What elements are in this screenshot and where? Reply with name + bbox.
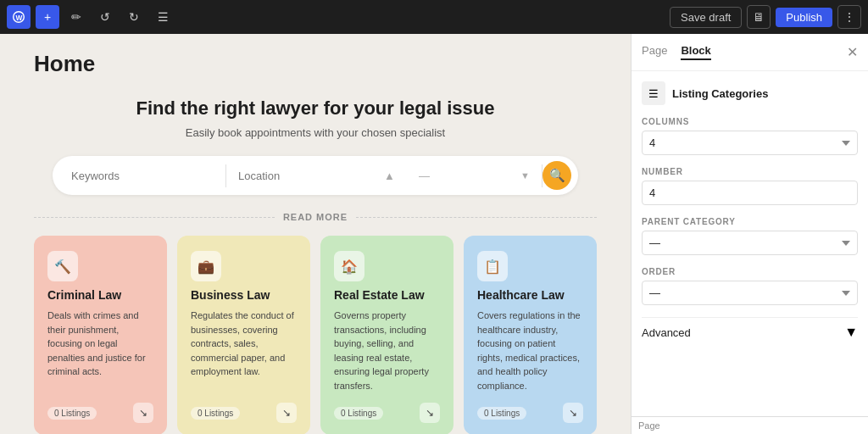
card-real-estate-law[interactable]: 🏠 Real Estate Law Governs property trans… bbox=[320, 236, 453, 434]
read-more-line-left bbox=[34, 217, 275, 218]
save-draft-button[interactable]: Save draft bbox=[670, 7, 742, 28]
read-more-button[interactable]: READ MORE bbox=[275, 212, 356, 222]
undo-button[interactable]: ↺ bbox=[93, 5, 117, 29]
panel-close-button[interactable]: ✕ bbox=[847, 44, 858, 60]
columns-field: COLUMNS 4 1 2 3 bbox=[642, 117, 858, 155]
listings-badge-healthcare: 0 Listings bbox=[477, 407, 526, 420]
location-input[interactable] bbox=[238, 170, 381, 182]
number-input[interactable] bbox=[642, 181, 858, 205]
number-field: NUMBER bbox=[642, 167, 858, 205]
card-desc-real-estate: Governs property transactions, including… bbox=[334, 309, 440, 392]
order-field: ORDER — bbox=[642, 267, 858, 305]
right-panel: Page Block ✕ ☰ Listing Categories COLUMN… bbox=[631, 34, 868, 434]
toolbar: W + ✏ ↺ ↻ ☰ Save draft 🖥 Publish ⋮ bbox=[0, 0, 868, 34]
columns-select[interactable]: 4 1 2 3 bbox=[642, 131, 858, 155]
edit-button[interactable]: ✏ bbox=[64, 5, 88, 29]
card-footer-business: 0 Listings ↘ bbox=[191, 403, 297, 423]
read-more-line-right bbox=[356, 217, 597, 218]
wp-logo-button[interactable]: W bbox=[7, 5, 31, 29]
add-block-toolbar-button[interactable]: + bbox=[36, 5, 59, 29]
block-icon: ☰ bbox=[642, 81, 665, 105]
block-label: ☰ Listing Categories bbox=[642, 81, 858, 105]
card-arrow-healthcare[interactable]: ↘ bbox=[563, 403, 583, 423]
page-title: Home bbox=[34, 51, 597, 77]
read-more-row: READ MORE bbox=[34, 212, 597, 222]
card-icon-business: 💼 bbox=[191, 251, 221, 281]
parent-category-select[interactable]: — bbox=[642, 231, 858, 255]
card-footer-criminal: 0 Listings ↘ bbox=[47, 403, 153, 423]
publish-button[interactable]: Publish bbox=[776, 8, 832, 27]
card-title-business: Business Law bbox=[191, 288, 297, 302]
canvas-area: Home Find the right lawyer for your lega… bbox=[0, 34, 631, 434]
advanced-label: Advanced bbox=[642, 326, 691, 339]
listings-badge-real-estate: 0 Listings bbox=[334, 407, 383, 420]
card-desc-criminal: Deals with crimes and their punishment, … bbox=[47, 309, 153, 392]
view-button[interactable]: 🖥 bbox=[747, 5, 771, 29]
svg-text:W: W bbox=[16, 14, 23, 22]
columns-label: COLUMNS bbox=[642, 117, 858, 126]
card-business-law[interactable]: 💼 Business Law Regulates the conduct of … bbox=[177, 236, 310, 434]
card-title-healthcare: Healthcare Law bbox=[477, 288, 583, 302]
panel-body: ☰ Listing Categories COLUMNS 4 1 2 3 NUM… bbox=[632, 71, 868, 416]
block-name: Listing Categories bbox=[672, 87, 768, 100]
hero-title: Find the right lawyer for your legal iss… bbox=[34, 97, 597, 120]
card-icon-real-estate: 🏠 bbox=[334, 251, 364, 281]
cards-grid: 🔨 Criminal Law Deals with crimes and the… bbox=[34, 236, 597, 434]
settings-button[interactable]: ⋮ bbox=[837, 5, 861, 29]
card-arrow-criminal[interactable]: ↘ bbox=[133, 403, 153, 423]
listings-badge-criminal: 0 Listings bbox=[47, 407, 97, 420]
page-footer-label: Page bbox=[632, 416, 868, 434]
parent-category-label: PARENT CATEGORY bbox=[642, 217, 858, 226]
list-view-button[interactable]: ☰ bbox=[151, 5, 175, 29]
redo-button[interactable]: ↻ bbox=[122, 5, 146, 29]
number-label: NUMBER bbox=[642, 167, 858, 176]
card-icon-healthcare: 📋 bbox=[477, 251, 508, 281]
card-arrow-business[interactable]: ↘ bbox=[276, 403, 297, 423]
card-arrow-real-estate[interactable]: ↘ bbox=[420, 403, 440, 423]
tab-block[interactable]: Block bbox=[681, 44, 710, 60]
location-wrapper: ▲ bbox=[226, 164, 407, 187]
parent-category-field: PARENT CATEGORY — bbox=[642, 217, 858, 255]
panel-tabs: Page Block ✕ bbox=[632, 34, 868, 71]
card-icon-criminal: 🔨 bbox=[47, 251, 78, 281]
hero-subtitle: Easily book appointments with your chose… bbox=[34, 126, 597, 139]
card-title-criminal: Criminal Law bbox=[47, 288, 153, 302]
card-healthcare-law[interactable]: 📋 Healthcare Law Covers regulations in t… bbox=[464, 236, 597, 434]
location-icon: ▲ bbox=[384, 170, 395, 182]
card-footer-healthcare: 0 Listings ↘ bbox=[477, 403, 583, 423]
order-label: ORDER bbox=[642, 267, 858, 276]
card-footer-real-estate: 0 Listings ↘ bbox=[334, 403, 440, 423]
tab-page[interactable]: Page bbox=[642, 44, 667, 60]
order-select[interactable]: — bbox=[642, 281, 858, 305]
card-criminal-law[interactable]: 🔨 Criminal Law Deals with crimes and the… bbox=[34, 236, 167, 434]
card-title-real-estate: Real Estate Law bbox=[334, 288, 440, 302]
listings-badge-business: 0 Listings bbox=[191, 407, 240, 420]
range-value: — bbox=[419, 170, 517, 182]
advanced-chevron-icon: ▼ bbox=[844, 325, 858, 340]
search-bar: ▲ — ▼ 🔍 bbox=[53, 156, 578, 195]
card-desc-healthcare: Covers regulations in the healthcare ind… bbox=[477, 309, 583, 392]
search-button[interactable]: 🔍 bbox=[542, 161, 571, 190]
advanced-toggle[interactable]: Advanced ▼ bbox=[642, 317, 858, 347]
hero-section: Find the right lawyer for your legal iss… bbox=[34, 97, 597, 139]
range-chevron-icon: ▼ bbox=[520, 170, 530, 181]
keywords-input[interactable] bbox=[59, 164, 226, 187]
card-desc-business: Regulates the conduct of businesses, cov… bbox=[191, 309, 297, 392]
range-selector: — ▼ bbox=[407, 164, 542, 187]
